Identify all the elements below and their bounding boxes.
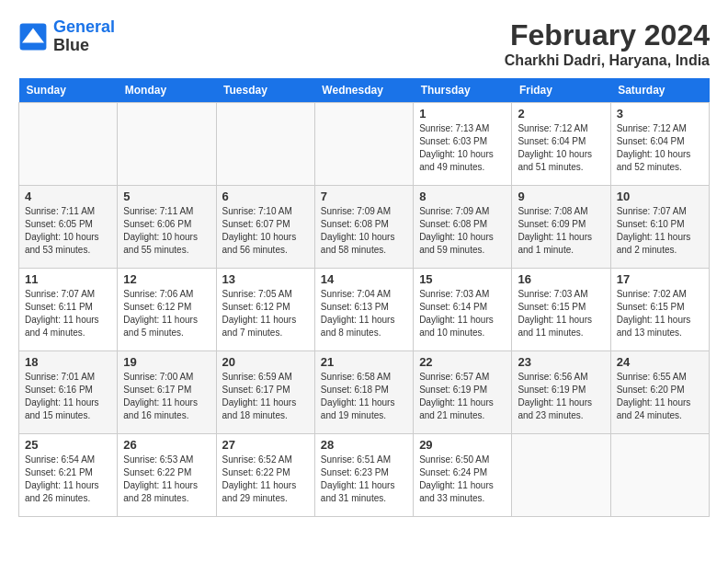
calendar-cell: 2Sunrise: 7:12 AMSunset: 6:04 PMDaylight…: [512, 103, 610, 186]
day-detail: Sunrise: 7:10 AMSunset: 6:07 PMDaylight:…: [222, 205, 309, 257]
day-number: 16: [518, 272, 604, 286]
calendar-cell: 17Sunrise: 7:02 AMSunset: 6:15 PMDayligh…: [610, 269, 709, 351]
day-detail: Sunrise: 7:09 AMSunset: 6:08 PMDaylight:…: [419, 205, 506, 257]
day-number: 27: [222, 438, 309, 452]
calendar-cell: [19, 103, 118, 186]
day-number: 23: [518, 355, 604, 369]
day-number: 24: [617, 355, 703, 369]
calendar-cell: 10Sunrise: 7:07 AMSunset: 6:10 PMDayligh…: [610, 186, 709, 269]
day-detail: Sunrise: 6:50 AMSunset: 6:24 PMDaylight:…: [419, 454, 506, 505]
day-detail: Sunrise: 6:57 AMSunset: 6:19 PMDaylight:…: [419, 371, 506, 422]
day-detail: Sunrise: 6:58 AMSunset: 6:18 PMDaylight:…: [321, 371, 407, 422]
calendar-cell: [216, 103, 314, 186]
calendar-cell: [314, 103, 413, 186]
day-detail: Sunrise: 7:05 AMSunset: 6:12 PMDaylight:…: [222, 288, 309, 339]
day-number: 12: [123, 272, 210, 286]
day-detail: Sunrise: 7:00 AMSunset: 6:17 PMDaylight:…: [123, 371, 210, 422]
calendar-cell: 5Sunrise: 7:11 AMSunset: 6:06 PMDaylight…: [118, 186, 216, 269]
calendar-cell: 26Sunrise: 6:53 AMSunset: 6:22 PMDayligh…: [118, 434, 216, 517]
day-number: 4: [25, 190, 111, 203]
logo-icon: [18, 22, 48, 52]
subtitle: Charkhi Dadri, Haryana, India: [505, 52, 710, 69]
day-header-thursday: Thursday: [414, 78, 512, 103]
logo-line1: General: [53, 17, 115, 36]
day-detail: Sunrise: 7:06 AMSunset: 6:12 PMDaylight:…: [123, 288, 210, 339]
calendar-cell: 29Sunrise: 6:50 AMSunset: 6:24 PMDayligh…: [414, 434, 512, 517]
calendar-cell: 20Sunrise: 6:59 AMSunset: 6:17 PMDayligh…: [216, 351, 314, 434]
day-header-friday: Friday: [512, 78, 610, 103]
day-detail: Sunrise: 7:03 AMSunset: 6:15 PMDaylight:…: [518, 288, 604, 339]
day-detail: Sunrise: 6:51 AMSunset: 6:23 PMDaylight:…: [321, 454, 407, 505]
calendar-week-3: 11Sunrise: 7:07 AMSunset: 6:11 PMDayligh…: [19, 269, 710, 351]
calendar-cell: 11Sunrise: 7:07 AMSunset: 6:11 PMDayligh…: [19, 269, 118, 351]
calendar-cell: 1Sunrise: 7:13 AMSunset: 6:03 PMDaylight…: [414, 103, 512, 186]
day-number: 2: [518, 107, 604, 121]
calendar-week-2: 4Sunrise: 7:11 AMSunset: 6:05 PMDaylight…: [19, 186, 710, 269]
calendar-cell: 14Sunrise: 7:04 AMSunset: 6:13 PMDayligh…: [314, 269, 413, 351]
day-header-wednesday: Wednesday: [314, 78, 413, 103]
day-header-saturday: Saturday: [610, 78, 709, 103]
day-number: 10: [617, 190, 703, 203]
day-detail: Sunrise: 7:03 AMSunset: 6:14 PMDaylight:…: [419, 288, 506, 339]
day-detail: Sunrise: 6:52 AMSunset: 6:22 PMDaylight:…: [222, 454, 309, 505]
day-number: 1: [419, 107, 506, 121]
day-number: 8: [419, 190, 506, 203]
day-number: 3: [617, 107, 703, 121]
calendar-cell: 19Sunrise: 7:00 AMSunset: 6:17 PMDayligh…: [118, 351, 216, 434]
calendar-cell: 12Sunrise: 7:06 AMSunset: 6:12 PMDayligh…: [118, 269, 216, 351]
calendar-cell: 16Sunrise: 7:03 AMSunset: 6:15 PMDayligh…: [512, 269, 610, 351]
day-number: 22: [419, 355, 506, 369]
day-detail: Sunrise: 7:02 AMSunset: 6:15 PMDaylight:…: [617, 288, 703, 339]
day-number: 17: [617, 272, 703, 286]
calendar-cell: 6Sunrise: 7:10 AMSunset: 6:07 PMDaylight…: [216, 186, 314, 269]
calendar-week-1: 1Sunrise: 7:13 AMSunset: 6:03 PMDaylight…: [19, 103, 710, 186]
day-number: 9: [518, 190, 604, 203]
calendar-cell: 9Sunrise: 7:08 AMSunset: 6:09 PMDaylight…: [512, 186, 610, 269]
day-detail: Sunrise: 6:54 AMSunset: 6:21 PMDaylight:…: [25, 454, 111, 505]
day-detail: Sunrise: 7:13 AMSunset: 6:03 PMDaylight:…: [419, 122, 506, 174]
day-detail: Sunrise: 7:08 AMSunset: 6:09 PMDaylight:…: [518, 205, 604, 257]
day-number: 7: [321, 190, 407, 203]
calendar-cell: 27Sunrise: 6:52 AMSunset: 6:22 PMDayligh…: [216, 434, 314, 517]
day-number: 6: [222, 190, 309, 203]
logo: General Blue: [18, 18, 115, 55]
day-number: 11: [25, 272, 111, 286]
calendar-cell: 3Sunrise: 7:12 AMSunset: 6:04 PMDaylight…: [610, 103, 709, 186]
day-number: 5: [123, 190, 210, 203]
day-detail: Sunrise: 6:53 AMSunset: 6:22 PMDaylight:…: [123, 454, 210, 505]
day-header-tuesday: Tuesday: [216, 78, 314, 103]
calendar-cell: [118, 103, 216, 186]
day-detail: Sunrise: 7:12 AMSunset: 6:04 PMDaylight:…: [617, 122, 703, 174]
day-number: 13: [222, 272, 309, 286]
day-detail: Sunrise: 7:11 AMSunset: 6:06 PMDaylight:…: [123, 205, 210, 257]
calendar-cell: 22Sunrise: 6:57 AMSunset: 6:19 PMDayligh…: [414, 351, 512, 434]
title-block: February 2024 Charkhi Dadri, Haryana, In…: [505, 18, 710, 69]
day-number: 26: [123, 438, 210, 452]
day-detail: Sunrise: 7:11 AMSunset: 6:05 PMDaylight:…: [25, 205, 111, 257]
logo-text: General Blue: [53, 18, 115, 55]
calendar-cell: 15Sunrise: 7:03 AMSunset: 6:14 PMDayligh…: [414, 269, 512, 351]
day-number: 18: [25, 355, 111, 369]
calendar-week-4: 18Sunrise: 7:01 AMSunset: 6:16 PMDayligh…: [19, 351, 710, 434]
day-number: 15: [419, 272, 506, 286]
day-detail: Sunrise: 7:12 AMSunset: 6:04 PMDaylight:…: [518, 122, 604, 174]
calendar-cell: 21Sunrise: 6:58 AMSunset: 6:18 PMDayligh…: [314, 351, 413, 434]
calendar-cell: 28Sunrise: 6:51 AMSunset: 6:23 PMDayligh…: [314, 434, 413, 517]
day-detail: Sunrise: 7:01 AMSunset: 6:16 PMDaylight:…: [25, 371, 111, 422]
calendar-table: SundayMondayTuesdayWednesdayThursdayFrid…: [18, 78, 710, 517]
day-detail: Sunrise: 6:55 AMSunset: 6:20 PMDaylight:…: [617, 371, 703, 422]
day-detail: Sunrise: 6:56 AMSunset: 6:19 PMDaylight:…: [518, 371, 604, 422]
day-number: 28: [321, 438, 407, 452]
day-detail: Sunrise: 7:07 AMSunset: 6:10 PMDaylight:…: [617, 205, 703, 257]
calendar-week-5: 25Sunrise: 6:54 AMSunset: 6:21 PMDayligh…: [19, 434, 710, 517]
day-number: 29: [419, 438, 506, 452]
calendar-cell: 25Sunrise: 6:54 AMSunset: 6:21 PMDayligh…: [19, 434, 118, 517]
day-detail: Sunrise: 7:04 AMSunset: 6:13 PMDaylight:…: [321, 288, 407, 339]
calendar-cell: [512, 434, 610, 517]
calendar-cell: 13Sunrise: 7:05 AMSunset: 6:12 PMDayligh…: [216, 269, 314, 351]
calendar-cell: 7Sunrise: 7:09 AMSunset: 6:08 PMDaylight…: [314, 186, 413, 269]
day-number: 19: [123, 355, 210, 369]
header-row: SundayMondayTuesdayWednesdayThursdayFrid…: [19, 78, 710, 103]
day-number: 21: [321, 355, 407, 369]
day-header-monday: Monday: [118, 78, 216, 103]
